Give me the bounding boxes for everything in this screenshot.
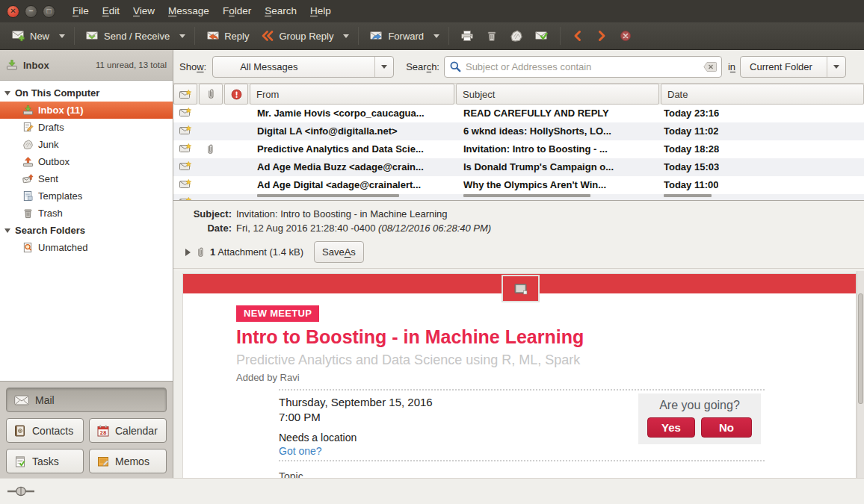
sent-icon	[22, 173, 34, 184]
show-label: Show:	[179, 61, 206, 72]
mail-view: Show: All Messages Search: in Current Fo…	[173, 50, 864, 478]
message-row[interactable]: Predictive Analytics and Data Scie... In…	[173, 140, 864, 158]
message-row[interactable]: Mr. Jamie Hovis <corpo_caucagua... READ …	[173, 105, 864, 122]
unread-summary: 11 unread, 13 total	[96, 60, 167, 69]
location-status: Needs a location	[279, 432, 357, 444]
window-close-button[interactable]: ✕	[7, 5, 19, 18]
search-scope-dropdown[interactable]: Current Folder	[740, 56, 846, 78]
group-reply-button[interactable]: Group Reply	[255, 25, 339, 47]
send-receive-button[interactable]: Send / Receive	[80, 25, 176, 47]
message-row[interactable]: Ad Age Digital <adage@crainalert... Why …	[173, 176, 864, 194]
junk-icon	[510, 29, 523, 43]
tasks-view-button[interactable]: Tasks	[6, 449, 84, 473]
menu-help[interactable]: Help	[303, 0, 338, 22]
folder-group-on-this-computer[interactable]: On This Computer	[0, 84, 173, 102]
new-message-dropdown[interactable]	[55, 25, 69, 47]
save-as-button[interactable]: Save As	[314, 241, 364, 263]
delete-button[interactable]	[480, 25, 504, 47]
toolbar: New Send / Receive Reply Group Reply For…	[0, 22, 864, 50]
stop-icon	[620, 30, 632, 42]
search-folder-icon	[22, 242, 34, 253]
sidebar-item-outbox[interactable]: Outbox	[0, 153, 173, 170]
in-label: in	[728, 61, 735, 72]
message-status-icon	[179, 179, 192, 189]
event-title: Intro to Boosting - in Machine Learning	[236, 326, 584, 348]
folder-group-search-folders[interactable]: Search Folders	[0, 222, 173, 239]
sidebar-item-templates[interactable]: Templates	[0, 187, 173, 205]
message-row-clipped[interactable]	[173, 194, 864, 200]
message-row[interactable]: Digital LA <info@digitalla.net> 6 wknd i…	[173, 122, 864, 140]
search-filter-bar: Show: All Messages Search: in Current Fo…	[173, 50, 864, 84]
menu-folder[interactable]: Folder	[216, 0, 258, 22]
message-status-icon	[179, 161, 192, 171]
message-status-icon	[179, 125, 192, 135]
print-button[interactable]	[454, 25, 480, 47]
paperclip-icon	[207, 88, 215, 100]
previous-message-button[interactable]	[566, 25, 590, 47]
date-label: Date:	[173, 222, 232, 234]
rsvp-yes-button[interactable]: Yes	[647, 417, 695, 438]
subject-column-header[interactable]: Subject	[456, 84, 659, 105]
event-subtitle: Predictive Analytics and Data Science us…	[236, 352, 580, 368]
sidebar-item-inbox[interactable]: Inbox (11)	[0, 102, 173, 119]
group-reply-dropdown[interactable]	[339, 25, 353, 47]
mark-read-button[interactable]	[529, 25, 555, 47]
event-time: 7:00 PM	[279, 411, 321, 423]
location-link[interactable]: Got one?	[279, 445, 322, 457]
attachment-bar: 1 Attachment (1.4 kB) Save As	[173, 236, 864, 269]
forward-button[interactable]: Forward	[364, 25, 430, 47]
current-folder-title: Inbox	[23, 60, 49, 71]
show-filter-dropdown[interactable]: All Messages	[212, 56, 394, 78]
date-column-header[interactable]: Date	[661, 84, 864, 105]
attachment-column-header[interactable]	[199, 84, 223, 105]
event-date: Thursday, September 15, 2016	[279, 396, 433, 408]
message-headers: Subject: Invitation: Intro to Boosting -…	[173, 201, 864, 234]
reply-button[interactable]: Reply	[200, 25, 255, 47]
sidebar-item-unmatched[interactable]: Unmatched	[0, 239, 173, 256]
menu-bar: ✕ – □ File Edit View Message Folder Sear…	[0, 0, 864, 22]
inbox-icon	[22, 105, 34, 116]
forward-dropdown[interactable]	[430, 25, 443, 47]
next-message-button[interactable]	[590, 25, 614, 47]
switcher-toggle-icon[interactable]	[7, 486, 34, 497]
menu-search[interactable]: Search	[258, 0, 303, 22]
subject-label: Subject:	[173, 208, 232, 220]
calendar-view-button[interactable]: Calendar	[89, 418, 167, 443]
folder-pane: Inbox 11 unread, 13 total On This Comput…	[0, 50, 173, 478]
blocked-image-placeholder[interactable]	[502, 275, 540, 302]
mail-view-button[interactable]: Mail	[6, 388, 167, 412]
search-label: Search:	[406, 61, 439, 72]
menu-message[interactable]: Message	[161, 0, 216, 22]
menu-view[interactable]: View	[126, 0, 161, 22]
window-maximize-button[interactable]: □	[43, 5, 55, 18]
tasks-icon	[14, 455, 26, 467]
junk-button[interactable]	[504, 25, 529, 47]
send-receive-dropdown[interactable]	[176, 25, 189, 47]
priority-column-header[interactable]	[224, 84, 248, 105]
sidebar-item-drafts[interactable]: Drafts	[0, 119, 173, 136]
sidebar-item-junk[interactable]: Junk	[0, 136, 173, 153]
inbox-icon	[6, 59, 18, 71]
from-column-header[interactable]: From	[250, 84, 454, 105]
memos-view-button[interactable]: Memos	[89, 449, 167, 473]
menu-file[interactable]: File	[66, 0, 96, 22]
scrollbar-thumb[interactable]	[858, 293, 863, 404]
new-message-button[interactable]: New	[6, 25, 55, 47]
message-row[interactable]: Ad Age Media Buzz <adage@crain... Is Don…	[173, 158, 864, 176]
attachment-expander[interactable]	[185, 249, 191, 256]
rsvp-no-button[interactable]: No	[701, 417, 752, 438]
sidebar-item-trash[interactable]: Trash	[0, 205, 173, 222]
print-icon	[460, 30, 474, 42]
menu-edit[interactable]: Edit	[96, 0, 126, 22]
stop-button[interactable]	[614, 25, 638, 47]
search-input[interactable]	[466, 61, 699, 72]
contacts-view-button[interactable]: Contacts	[6, 418, 84, 443]
preview-scrollbar	[857, 271, 864, 478]
window-minimize-button[interactable]: –	[25, 5, 37, 18]
message-status-icon	[179, 90, 192, 99]
trash-icon	[486, 30, 498, 42]
attachment-summary: 1 Attachment (1.4 kB)	[210, 246, 303, 258]
sidebar-item-sent[interactable]: Sent	[0, 170, 173, 187]
clear-search-icon[interactable]	[703, 62, 717, 72]
status-column-header[interactable]	[173, 84, 197, 105]
